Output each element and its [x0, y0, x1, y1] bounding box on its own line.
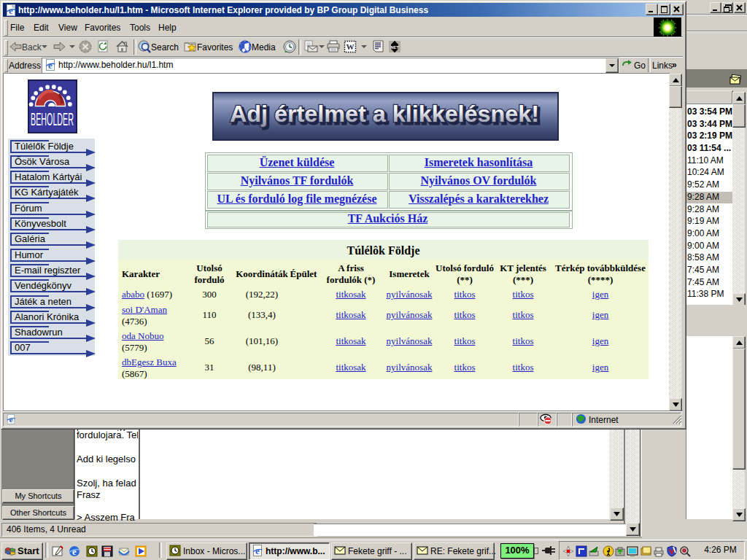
svg-text:e: e [48, 60, 53, 71]
svg-text:e: e [255, 545, 260, 556]
svg-text:e: e [9, 5, 13, 16]
svg-text:NET: NET [391, 45, 400, 50]
svg-text:e: e [72, 546, 77, 557]
svg-text:Adj értelmet a klikkelésnek!: Adj értelmet a klikkelésnek! [230, 101, 539, 127]
svg-text:BEHOLDER: BEHOLDER [31, 109, 74, 129]
svg-text:W: W [347, 42, 355, 51]
svg-text:e: e [9, 415, 12, 424]
